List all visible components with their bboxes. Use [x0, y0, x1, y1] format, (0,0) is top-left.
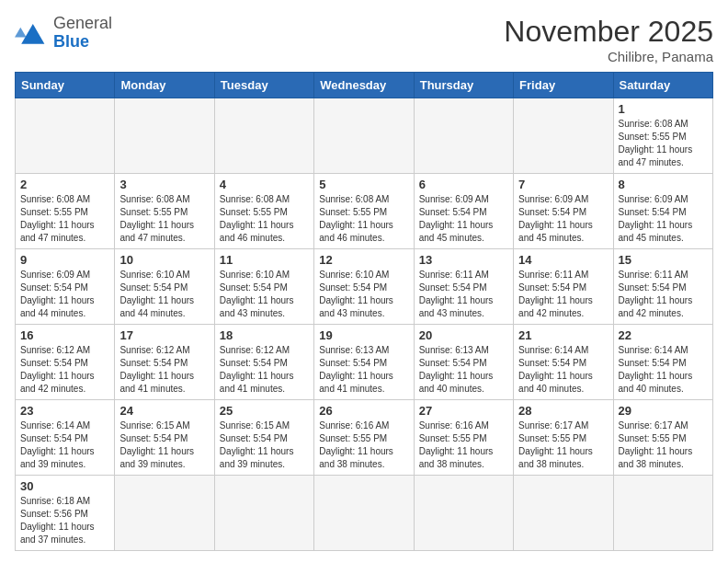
calendar-row: 23Sunrise: 6:14 AMSunset: 5:54 PMDayligh…	[16, 400, 713, 476]
day-info: Sunrise: 6:14 AMSunset: 5:54 PMDaylight:…	[619, 344, 708, 396]
day-number: 20	[419, 328, 508, 342]
day-number: 16	[20, 328, 109, 342]
table-row	[16, 98, 115, 174]
calendar-row: 9Sunrise: 6:09 AMSunset: 5:54 PMDaylight…	[16, 249, 713, 325]
day-info: Sunrise: 6:14 AMSunset: 5:54 PMDaylight:…	[20, 419, 109, 471]
logo-general-text: General	[53, 14, 112, 32]
day-info: Sunrise: 6:09 AMSunset: 5:54 PMDaylight:…	[419, 193, 508, 245]
day-number: 10	[119, 253, 209, 267]
table-row: 13Sunrise: 6:11 AMSunset: 5:54 PMDayligh…	[414, 249, 513, 325]
day-info: Sunrise: 6:12 AMSunset: 5:54 PMDaylight:…	[220, 344, 309, 396]
table-row: 27Sunrise: 6:16 AMSunset: 5:55 PMDayligh…	[414, 400, 513, 476]
day-info: Sunrise: 6:17 AMSunset: 5:55 PMDaylight:…	[619, 419, 708, 471]
day-info: Sunrise: 6:15 AMSunset: 5:54 PMDaylight:…	[119, 419, 209, 471]
day-number: 1	[619, 102, 708, 116]
day-number: 28	[518, 404, 608, 418]
day-number: 29	[619, 404, 708, 418]
header-saturday: Saturday	[613, 73, 712, 98]
table-row	[414, 476, 513, 551]
table-row: 7Sunrise: 6:09 AMSunset: 5:54 PMDaylight…	[514, 174, 613, 249]
table-row	[115, 476, 214, 551]
day-info: Sunrise: 6:15 AMSunset: 5:54 PMDaylight:…	[220, 419, 309, 471]
table-row: 8Sunrise: 6:09 AMSunset: 5:54 PMDaylight…	[613, 174, 712, 249]
day-info: Sunrise: 6:10 AMSunset: 5:54 PMDaylight:…	[220, 269, 309, 320]
day-number: 5	[319, 178, 408, 191]
logo-blue-text: Blue	[53, 32, 89, 51]
day-number: 4	[220, 178, 309, 191]
day-number: 7	[518, 178, 608, 191]
day-info: Sunrise: 6:18 AMSunset: 5:56 PMDaylight:…	[20, 495, 109, 546]
day-info: Sunrise: 6:14 AMSunset: 5:54 PMDaylight:…	[518, 344, 608, 396]
day-info: Sunrise: 6:11 AMSunset: 5:54 PMDaylight:…	[419, 269, 508, 320]
table-row: 15Sunrise: 6:11 AMSunset: 5:54 PMDayligh…	[613, 249, 712, 325]
day-info: Sunrise: 6:12 AMSunset: 5:54 PMDaylight:…	[119, 344, 209, 396]
day-number: 17	[119, 328, 209, 342]
table-row: 25Sunrise: 6:15 AMSunset: 5:54 PMDayligh…	[214, 400, 313, 476]
table-row: 30Sunrise: 6:18 AMSunset: 5:56 PMDayligh…	[16, 476, 115, 551]
logo-text: General Blue	[53, 15, 112, 52]
day-number: 14	[518, 253, 608, 267]
table-row: 10Sunrise: 6:10 AMSunset: 5:54 PMDayligh…	[115, 249, 214, 325]
header-tuesday: Tuesday	[214, 73, 313, 98]
table-row	[214, 98, 313, 174]
day-info: Sunrise: 6:09 AMSunset: 5:54 PMDaylight:…	[20, 269, 109, 320]
header-monday: Monday	[115, 73, 214, 98]
day-info: Sunrise: 6:12 AMSunset: 5:54 PMDaylight:…	[20, 344, 109, 396]
calendar-table: Sunday Monday Tuesday Wednesday Thursday…	[15, 72, 713, 551]
day-info: Sunrise: 6:08 AMSunset: 5:55 PMDaylight:…	[20, 193, 109, 245]
table-row: 24Sunrise: 6:15 AMSunset: 5:54 PMDayligh…	[115, 400, 214, 476]
day-number: 27	[419, 404, 508, 418]
month-title: November 2025	[504, 15, 713, 49]
calendar-row: 16Sunrise: 6:12 AMSunset: 5:54 PMDayligh…	[16, 325, 713, 400]
day-info: Sunrise: 6:08 AMSunset: 5:55 PMDaylight:…	[619, 118, 708, 169]
weekday-header-row: Sunday Monday Tuesday Wednesday Thursday…	[16, 73, 713, 98]
table-row: 11Sunrise: 6:10 AMSunset: 5:54 PMDayligh…	[214, 249, 313, 325]
day-number: 8	[619, 178, 708, 191]
table-row	[514, 98, 613, 174]
table-row	[613, 476, 712, 551]
table-row: 6Sunrise: 6:09 AMSunset: 5:54 PMDaylight…	[414, 174, 513, 249]
day-number: 24	[119, 404, 209, 418]
day-info: Sunrise: 6:08 AMSunset: 5:55 PMDaylight:…	[119, 193, 209, 245]
title-section: November 2025 Chilibre, Panama	[504, 15, 713, 64]
day-info: Sunrise: 6:10 AMSunset: 5:54 PMDaylight:…	[319, 269, 408, 320]
day-number: 18	[220, 328, 309, 342]
table-row: 9Sunrise: 6:09 AMSunset: 5:54 PMDaylight…	[16, 249, 115, 325]
day-info: Sunrise: 6:08 AMSunset: 5:55 PMDaylight:…	[319, 193, 408, 245]
table-row	[214, 476, 313, 551]
day-info: Sunrise: 6:13 AMSunset: 5:54 PMDaylight:…	[319, 344, 408, 396]
day-number: 25	[220, 404, 309, 418]
day-number: 9	[20, 253, 109, 267]
day-info: Sunrise: 6:08 AMSunset: 5:55 PMDaylight:…	[220, 193, 309, 245]
table-row: 21Sunrise: 6:14 AMSunset: 5:54 PMDayligh…	[514, 325, 613, 400]
day-info: Sunrise: 6:11 AMSunset: 5:54 PMDaylight:…	[518, 269, 608, 320]
header-sunday: Sunday	[16, 73, 115, 98]
calendar-row: 1Sunrise: 6:08 AMSunset: 5:55 PMDaylight…	[16, 98, 713, 174]
day-info: Sunrise: 6:16 AMSunset: 5:55 PMDaylight:…	[319, 419, 408, 471]
table-row: 22Sunrise: 6:14 AMSunset: 5:54 PMDayligh…	[613, 325, 712, 400]
table-row: 18Sunrise: 6:12 AMSunset: 5:54 PMDayligh…	[214, 325, 313, 400]
day-info: Sunrise: 6:11 AMSunset: 5:54 PMDaylight:…	[619, 269, 708, 320]
table-row: 16Sunrise: 6:12 AMSunset: 5:54 PMDayligh…	[16, 325, 115, 400]
table-row: 29Sunrise: 6:17 AMSunset: 5:55 PMDayligh…	[613, 400, 712, 476]
header-thursday: Thursday	[414, 73, 513, 98]
day-number: 21	[518, 328, 608, 342]
logo-icon	[15, 20, 48, 46]
day-info: Sunrise: 6:10 AMSunset: 5:54 PMDaylight:…	[119, 269, 209, 320]
day-number: 6	[419, 178, 508, 191]
day-info: Sunrise: 6:17 AMSunset: 5:55 PMDaylight:…	[518, 419, 608, 471]
day-number: 30	[20, 479, 109, 493]
header-friday: Friday	[514, 73, 613, 98]
table-row	[414, 98, 513, 174]
table-row: 4Sunrise: 6:08 AMSunset: 5:55 PMDaylight…	[214, 174, 313, 249]
table-row: 5Sunrise: 6:08 AMSunset: 5:55 PMDaylight…	[314, 174, 414, 249]
table-row	[314, 476, 414, 551]
day-number: 12	[319, 253, 408, 267]
day-number: 19	[319, 328, 408, 342]
day-number: 3	[119, 178, 209, 191]
table-row: 3Sunrise: 6:08 AMSunset: 5:55 PMDaylight…	[115, 174, 214, 249]
header: General Blue November 2025 Chilibre, Pan…	[15, 15, 713, 64]
day-info: Sunrise: 6:16 AMSunset: 5:55 PMDaylight:…	[419, 419, 508, 471]
table-row: 2Sunrise: 6:08 AMSunset: 5:55 PMDaylight…	[16, 174, 115, 249]
svg-marker-1	[15, 27, 27, 37]
